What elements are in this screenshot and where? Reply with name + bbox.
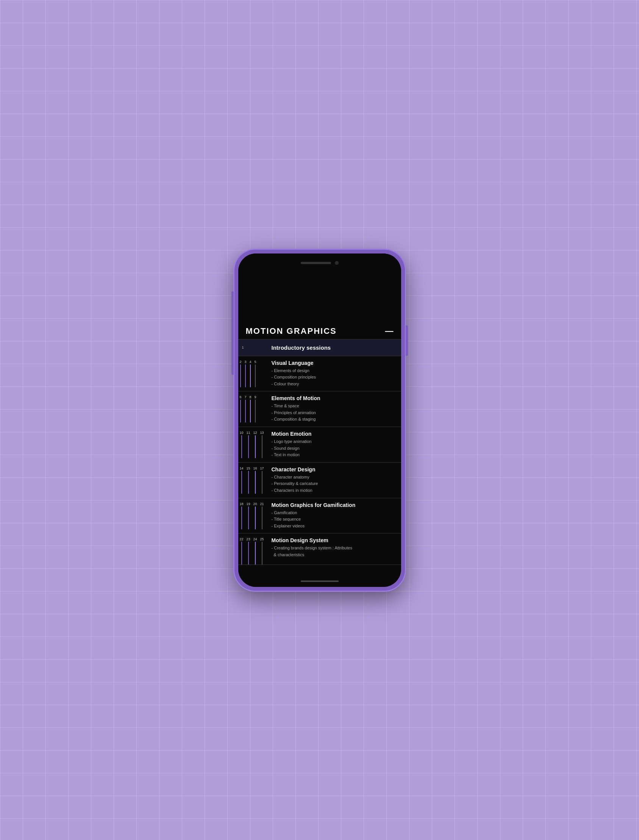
course-content: Character Design - Character anatomy - P…: [269, 463, 401, 498]
course-title: Elements of Motion: [272, 395, 397, 401]
intro-number: 1: [238, 345, 269, 349]
number-col: 22: [238, 537, 245, 565]
numbers-section: 2 3 4 5: [238, 356, 269, 391]
numbers-section: 18 19 20 21: [238, 498, 269, 533]
course-content: Elements of Motion - Time & space - Prin…: [269, 391, 401, 426]
app-title: MOTION GRAPHICS: [246, 326, 337, 336]
numbers-section: 22 23 24 25: [238, 533, 269, 565]
course-title: Motion Emotion: [272, 431, 397, 437]
number-col: 24: [252, 537, 259, 565]
number-col: 14: [238, 466, 245, 494]
number-col: 23: [245, 537, 252, 565]
intro-row: 1 Introductory sessions: [238, 339, 401, 356]
camera-dot: [335, 261, 339, 265]
home-bar: [301, 581, 339, 582]
course-item: - Characters in motion: [272, 487, 397, 494]
number-col: 18: [238, 502, 245, 529]
course-title: Visual Language: [272, 360, 397, 366]
number-col: 17: [259, 466, 265, 494]
number-col: 21: [259, 502, 265, 529]
list-item: 22 23 24 25: [238, 533, 401, 565]
list-item: 10 11 12 13: [238, 426, 401, 462]
list-item: 18 19 20 21: [238, 498, 401, 533]
list-item: 2 3 4 5: [238, 356, 401, 391]
course-title: Motion Design System: [272, 537, 397, 543]
course-content: Motion Design System - Creating brands d…: [269, 533, 401, 565]
course-content: Motion Emotion - Logo type animation - S…: [269, 427, 401, 462]
course-item: - Creating brands design system : Attrib…: [272, 545, 397, 552]
header-space: [238, 272, 401, 322]
app-title-dash: —: [385, 326, 394, 336]
number-col: 6: [238, 395, 243, 422]
course-title: Motion Graphics for Gamification: [272, 502, 397, 508]
course-item: - Explainer videos: [272, 523, 397, 530]
course-list: 1 Introductory sessions 2 3: [238, 339, 401, 576]
number-col: 9: [253, 395, 258, 422]
intro-title: Introductory sessions: [269, 340, 334, 355]
course-item: - Personality & caricature: [272, 480, 397, 487]
course-item: - Gamification: [272, 510, 397, 516]
course-item: & characteristics: [272, 552, 397, 558]
number-col: 2: [238, 360, 243, 387]
course-item: - Sound design: [272, 445, 397, 452]
number-col: 25: [259, 537, 265, 565]
notch-pill: [301, 262, 331, 264]
list-item: 6 7 8 9: [238, 391, 401, 426]
number-col: 16: [252, 466, 259, 494]
course-content: Motion Graphics for Gamification - Gamif…: [269, 498, 401, 533]
numbers-section: 14 15 16 17: [238, 463, 269, 498]
number-col: 5: [253, 360, 258, 387]
app-title-row: MOTION GRAPHICS —: [238, 322, 401, 339]
phone-content[interactable]: MOTION GRAPHICS — 1 Introductory session…: [238, 272, 401, 576]
number-col: 19: [245, 502, 252, 529]
number-col: 4: [248, 360, 253, 387]
number-col: 7: [243, 395, 248, 422]
number-col: 13: [259, 431, 265, 458]
number-col: 12: [252, 431, 259, 458]
course-item: - Composition & staging: [272, 416, 397, 423]
course-item: - Logo type animation: [272, 438, 397, 445]
number-col: 20: [252, 502, 259, 529]
course-item: - Composition principles: [272, 374, 397, 381]
number-col: 8: [248, 395, 253, 422]
course-title: Character Design: [272, 466, 397, 473]
number-col: 10: [238, 431, 245, 458]
course-item: - Time & space: [272, 403, 397, 410]
course-item: - Principles of animation: [272, 410, 397, 417]
number-col: 15: [245, 466, 252, 494]
phone-notch: [238, 253, 401, 272]
phone-frame: MOTION GRAPHICS — 1 Introductory session…: [234, 250, 405, 591]
course-item: - Character anatomy: [272, 474, 397, 481]
phone-bottom: [238, 576, 401, 587]
course-item: - Colour theory: [272, 381, 397, 388]
course-item: - Elements of design: [272, 368, 397, 374]
phone-screen: MOTION GRAPHICS — 1 Introductory session…: [238, 253, 401, 587]
course-item: - Title sequence: [272, 516, 397, 523]
list-item: 14 15 16 17: [238, 462, 401, 498]
number-col: 3: [243, 360, 248, 387]
numbers-section: 6 7 8 9: [238, 391, 269, 426]
course-content: Visual Language - Elements of design - C…: [269, 356, 401, 391]
numbers-section: 10 11 12 13: [238, 427, 269, 462]
course-item: - Text in motion: [272, 452, 397, 458]
number-col: 11: [245, 431, 252, 458]
